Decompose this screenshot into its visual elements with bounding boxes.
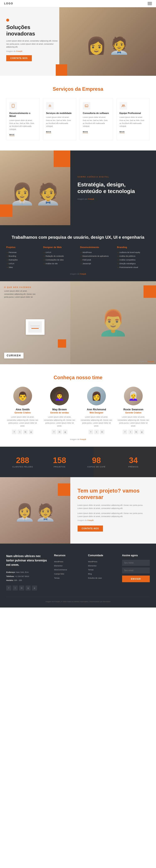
team-name-alex: Alex Smith <box>6 408 39 411</box>
team-role-alex: Gerente Criativo <box>6 411 39 414</box>
team-role-roxie: Gerente Criativo <box>117 411 150 414</box>
team-social-ann: f t in <box>80 430 113 434</box>
footer-bottom-text: Imagem de Freepik | © 2024 Todos os dire… <box>6 600 150 603</box>
footer-form-title: Assine agora <box>122 554 150 557</box>
social-in-roxie[interactable]: in <box>134 430 138 434</box>
footer-name-input[interactable] <box>122 560 150 566</box>
svg-rect-2 <box>85 105 88 107</box>
mobile-icon <box>9 102 17 110</box>
social-in-alex[interactable]: in <box>23 430 28 434</box>
footer-col-title-1: Comunidade <box>88 554 115 557</box>
footer-list-item[interactable]: Elementor <box>88 564 115 568</box>
strategy-section: 👩‍💼🧑‍💼 SOBRE AGÊNCIA DIGITAL Estratégia,… <box>0 151 156 225</box>
brand-name: CURIKEH <box>7 354 21 357</box>
team-name-roxie: Roxie Swanson <box>117 408 150 411</box>
research-col-2: Desenvolvimento → WordPress → Desenvolvi… <box>80 246 113 269</box>
footer-social-row: f t in g p <box>6 586 48 590</box>
service-mais-3[interactable]: MAIS <box>120 131 125 133</box>
footer-email-input[interactable] <box>122 567 150 574</box>
footer-list-item[interactable]: Campo feito <box>54 572 82 576</box>
footer-social-fb[interactable]: f <box>6 586 11 590</box>
social-in-ann[interactable]: in <box>100 430 104 434</box>
footer-bottom: Imagem de Freepik | © 2024 Todos os dire… <box>6 597 150 603</box>
service-card-mobility: Serviços de mobilidade Lorem ipsum dolor… <box>43 98 77 140</box>
team-icon <box>120 102 127 110</box>
svg-point-5 <box>124 105 124 106</box>
footer-list-item[interactable]: WordPress <box>54 560 82 564</box>
service-mais-2[interactable]: MAIS <box>83 131 88 133</box>
footer-form-col: Assine agora ENVIAR <box>122 554 150 590</box>
footer-list-item[interactable]: WordPress <box>88 560 115 564</box>
footer-social-g[interactable]: g <box>26 586 31 590</box>
footer-social-p[interactable]: p <box>32 586 37 590</box>
social-tw-roxie[interactable]: t <box>128 430 133 434</box>
research-list-3: → Auditoria de brand equity → Análise de… <box>117 250 150 269</box>
stat-item-1: 158 PROJETOS <box>43 456 76 468</box>
footer-col-recursos: Recursos WordPress Elementor WooCommerce… <box>54 554 82 590</box>
strategy-image-col: 👩‍💼🧑‍💼 <box>0 151 70 225</box>
social-g-roxie[interactable]: g <box>139 430 144 434</box>
service-mais-0[interactable]: MAIS <box>9 134 15 136</box>
hero-content: Soluções inovadoras Lorem ipsum dolor si… <box>0 7 67 65</box>
social-g-alex[interactable]: g <box>29 430 33 434</box>
service-card-software: Consultoria de software Lorem ipsum dolo… <box>80 98 113 140</box>
project-cta-button[interactable]: CONTATE-NOS <box>78 526 103 532</box>
footer-list-item[interactable]: Estudos de caso <box>88 576 115 580</box>
research-list-1: → UX/UX → Redação de conteúdo → Contrata… <box>43 250 76 266</box>
service-desc-0: Lorem ipsum dolor sit amet. Duis ac leo.… <box>9 119 36 131</box>
stat-label-3: PRÊMIOS <box>117 466 150 468</box>
footer-social-in[interactable]: in <box>19 586 24 590</box>
footer-list-item[interactable]: Elementor <box>54 564 82 568</box>
stat-label-1: PROJETOS <box>43 466 76 468</box>
social-in-may[interactable]: in <box>57 430 62 434</box>
services-grid: Desenvolvimento o Móvel Lorem ipsum dolo… <box>6 98 150 140</box>
footer: Nam ultrices ultrices nec tortor pulvina… <box>0 544 156 608</box>
research-col-title-3: Branding <box>117 246 150 248</box>
project-orange-accent <box>58 484 70 496</box>
avatar-ann: 👩 <box>87 387 106 405</box>
stat-number-1: 158 <box>43 456 76 465</box>
hero-description: Lorem ipsum dolor sit amet, consectetur … <box>6 39 60 49</box>
service-mais-1[interactable]: MAIS <box>46 131 51 133</box>
stat-label-2: COPOS DE CAFÉ <box>80 466 113 468</box>
social-tw-ann[interactable]: t <box>94 430 99 434</box>
footer-list-item[interactable]: Blog <box>88 572 115 576</box>
stat-item-0: 288 CLIENTES FELIZES <box>6 456 39 468</box>
team-name-ann: Ann Richmond <box>80 408 113 411</box>
team-card-ann: 👩 Ann Richmond Web Designer Lorem ipsum … <box>80 387 113 434</box>
social-tw-alex[interactable]: t <box>18 430 22 434</box>
brand-card: CURIKEH <box>4 353 24 359</box>
footer-list-item[interactable]: Temas <box>88 568 115 572</box>
research-section: Trabalhamos com pesquisa de usuário, des… <box>0 225 156 281</box>
services-title: Serviços da Empresa <box>6 86 150 92</box>
research-credit: Imagem de Freepik <box>6 273 150 275</box>
whatwedo-desc-text: Lorem ipsum dolor sit amet, consectetur … <box>4 289 37 299</box>
whatwedo-credit: Imagem de Freepik <box>138 361 154 363</box>
social-fb-alex[interactable]: f <box>12 430 17 434</box>
team-name-may: May Brown <box>43 408 76 411</box>
social-fb-may[interactable]: f <box>52 430 56 434</box>
project-cta-text2: Lorem ipsum dolor sit amet, consectetur … <box>78 512 149 518</box>
hero-section: 👩 🧑‍💼 Soluções inovadoras Lorem ipsum do… <box>0 7 156 76</box>
stat-number-2: 98 <box>80 456 113 465</box>
team-credit: Imagem de Freepik <box>6 438 150 440</box>
footer-grid: Nam ultrices ultrices nec tortor pulvina… <box>6 554 150 590</box>
avatar-may: 👩‍🦱 <box>50 387 69 405</box>
footer-social-tw[interactable]: t <box>13 586 18 590</box>
svg-point-4 <box>122 105 123 106</box>
footer-list-item[interactable]: Temas <box>54 576 82 580</box>
hamburger-menu[interactable] <box>148 2 152 5</box>
social-g-may[interactable]: g <box>63 430 68 434</box>
footer-list-item[interactable]: WooCommerce <box>54 568 82 572</box>
social-fb-ann[interactable]: f <box>88 430 93 434</box>
strategy-credit: Imagem por Freepik <box>78 198 149 200</box>
footer-submit-button[interactable]: ENVIAR <box>122 576 150 582</box>
service-name-3: Equipe Profissional <box>120 112 147 115</box>
hero-cta-button[interactable]: CONTATE-NOS <box>6 55 32 61</box>
team-section: Conheça nosso time 👨 Alex Smith Gerente … <box>0 364 156 447</box>
strategy-content-col: SOBRE AGÊNCIA DIGITAL Estratégia, design… <box>70 151 156 225</box>
project-cta-section: 👩‍💼🧑‍💼 Tem um projeto? vamos conversar L… <box>0 477 156 544</box>
team-role-ann: Web Designer <box>80 411 113 414</box>
footer-col-title-0: Recursos <box>54 554 82 557</box>
social-fb-roxie[interactable]: f <box>123 430 127 434</box>
